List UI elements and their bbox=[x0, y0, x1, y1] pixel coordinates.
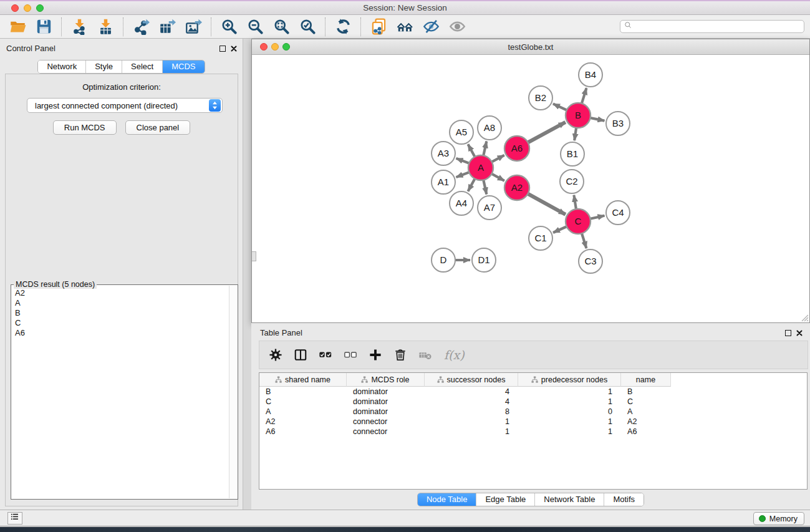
delete-column-button[interactable] bbox=[393, 347, 408, 363]
graph-node-C4[interactable]: C4 bbox=[606, 201, 630, 225]
table-cell[interactable]: 1 bbox=[518, 417, 621, 427]
graph-node-B[interactable]: B bbox=[566, 103, 591, 128]
table-cell[interactable]: 0 bbox=[518, 407, 621, 417]
zoom-fit-button[interactable] bbox=[271, 17, 292, 37]
table-cell[interactable]: 4 bbox=[425, 387, 518, 397]
tab-node-table[interactable]: Node Table bbox=[418, 493, 476, 506]
close-table-panel-icon[interactable] bbox=[796, 329, 803, 337]
table-cell[interactable]: connector bbox=[347, 427, 425, 437]
home-button[interactable] bbox=[394, 17, 415, 37]
delete-table-button[interactable] bbox=[418, 347, 433, 363]
table-cell[interactable]: 1 bbox=[518, 427, 621, 437]
table-row[interactable]: A6connector11A6 bbox=[259, 427, 807, 437]
table-cell[interactable]: B bbox=[621, 387, 671, 397]
settings-gear-button[interactable] bbox=[268, 347, 283, 363]
hide-details-button[interactable] bbox=[420, 17, 441, 37]
table-cell[interactable]: connector bbox=[347, 417, 425, 427]
table-row[interactable]: Adominator80A bbox=[259, 407, 807, 417]
graph-node-A[interactable]: A bbox=[468, 155, 493, 180]
table-cell[interactable]: dominator bbox=[347, 387, 425, 397]
graph-node-B2[interactable]: B2 bbox=[529, 86, 552, 110]
select-all-button[interactable] bbox=[318, 347, 333, 363]
column-header-shared-name[interactable]: shared name bbox=[259, 373, 347, 387]
table-cell[interactable]: 8 bbox=[425, 407, 518, 417]
zoom-selected-button[interactable] bbox=[297, 17, 318, 37]
optimization-criterion-dropdown[interactable]: largest connected component (directed) bbox=[27, 98, 223, 113]
graph-node-A1[interactable]: A1 bbox=[432, 170, 455, 194]
mcds-result-item[interactable]: A2 bbox=[15, 288, 229, 298]
table-cell[interactable]: 4 bbox=[425, 397, 518, 407]
close-panel-button[interactable]: Close panel bbox=[125, 120, 191, 135]
table-cell[interactable]: 1 bbox=[425, 427, 518, 437]
column-header-successor-nodes[interactable]: successor nodes bbox=[425, 373, 518, 387]
graph-node-A3[interactable]: A3 bbox=[432, 142, 455, 165]
table-cell[interactable]: A6 bbox=[259, 427, 347, 437]
import-table-button[interactable] bbox=[95, 17, 116, 37]
table-cell[interactable]: C bbox=[621, 397, 671, 407]
table-cell[interactable]: A2 bbox=[259, 417, 347, 427]
export-table-button[interactable] bbox=[157, 17, 178, 37]
search-box[interactable] bbox=[620, 20, 804, 33]
graph-node-D1[interactable]: D1 bbox=[472, 248, 496, 272]
column-header-name[interactable]: name bbox=[621, 373, 671, 387]
zoom-in-button[interactable] bbox=[218, 17, 239, 37]
tab-style[interactable]: Style bbox=[85, 60, 122, 73]
clone-network-button[interactable] bbox=[368, 17, 389, 37]
mcds-result-item[interactable]: A bbox=[15, 298, 229, 308]
table-cell[interactable]: 1 bbox=[425, 417, 518, 427]
graph-node-A2[interactable]: A2 bbox=[504, 175, 529, 200]
mcds-result-item[interactable]: B bbox=[15, 308, 229, 318]
table-cell[interactable]: A bbox=[259, 407, 347, 417]
table-cell[interactable]: dominator bbox=[347, 397, 425, 407]
graph-node-A7[interactable]: A7 bbox=[478, 196, 501, 220]
float-panel-icon[interactable] bbox=[219, 46, 226, 52]
mcds-result-item[interactable]: C bbox=[15, 318, 229, 328]
graph-node-B4[interactable]: B4 bbox=[579, 63, 602, 87]
table-cell[interactable]: A2 bbox=[621, 417, 671, 427]
import-network-button[interactable] bbox=[69, 17, 90, 37]
search-input[interactable] bbox=[633, 21, 804, 32]
tab-network[interactable]: Network bbox=[38, 60, 85, 73]
graph-node-A6[interactable]: A6 bbox=[504, 136, 529, 161]
zoom-out-button[interactable] bbox=[244, 17, 266, 37]
graph-node-B3[interactable]: B3 bbox=[606, 112, 630, 135]
column-header-MCDS-role[interactable]: MCDS role bbox=[347, 373, 425, 387]
eye-button[interactable] bbox=[446, 17, 468, 37]
graph-node-B1[interactable]: B1 bbox=[561, 142, 584, 166]
table-cell[interactable]: 1 bbox=[518, 387, 621, 397]
close-panel-icon[interactable] bbox=[230, 45, 238, 52]
graph-node-D[interactable]: D bbox=[432, 248, 455, 272]
deselect-all-button[interactable] bbox=[343, 347, 358, 363]
table-cell[interactable]: C bbox=[259, 397, 347, 407]
table-cell[interactable]: 1 bbox=[518, 397, 621, 407]
table-row[interactable]: Bdominator41B bbox=[259, 387, 807, 397]
table-cell[interactable]: dominator bbox=[347, 407, 425, 417]
graph-node-A5[interactable]: A5 bbox=[450, 120, 473, 144]
table-cell[interactable]: B bbox=[259, 387, 347, 397]
export-network-button[interactable] bbox=[130, 17, 152, 37]
panel-selector-button[interactable] bbox=[7, 512, 22, 525]
tab-select[interactable]: Select bbox=[122, 60, 162, 73]
memory-button[interactable]: Memory bbox=[753, 512, 804, 525]
table-cell[interactable]: A bbox=[621, 407, 671, 417]
tab-motifs[interactable]: Motifs bbox=[604, 493, 644, 506]
graph-node-A8[interactable]: A8 bbox=[478, 116, 501, 140]
table-row[interactable]: Cdominator41C bbox=[259, 397, 807, 407]
table-row[interactable]: A2connector11A2 bbox=[259, 417, 807, 427]
tab-mcds[interactable]: MCDS bbox=[162, 60, 204, 73]
export-image-button[interactable] bbox=[183, 17, 204, 37]
graph-node-A4[interactable]: A4 bbox=[450, 191, 473, 215]
mcds-result-item[interactable]: A6 bbox=[15, 328, 229, 338]
float-table-panel-icon[interactable] bbox=[785, 330, 791, 336]
tab-network-table[interactable]: Network Table bbox=[534, 493, 604, 506]
run-mcds-button[interactable]: Run MCDS bbox=[53, 120, 117, 135]
column-header-predecessor-nodes[interactable]: predecessor nodes bbox=[518, 373, 621, 387]
result-scrollbar[interactable] bbox=[229, 286, 237, 498]
network-canvas[interactable]: B4B2BB3A8A5A6A3B1AA1C2A2A4A7C4CC1DD1C3 bbox=[252, 55, 809, 322]
tab-edge-table[interactable]: Edge Table bbox=[476, 493, 534, 506]
open-file-button[interactable] bbox=[7, 17, 28, 37]
function-builder-button[interactable]: f(x) bbox=[443, 348, 465, 362]
panel-edge-handle[interactable] bbox=[252, 251, 256, 261]
save-session-button[interactable] bbox=[33, 17, 54, 37]
resize-grip-icon[interactable] bbox=[801, 314, 809, 322]
